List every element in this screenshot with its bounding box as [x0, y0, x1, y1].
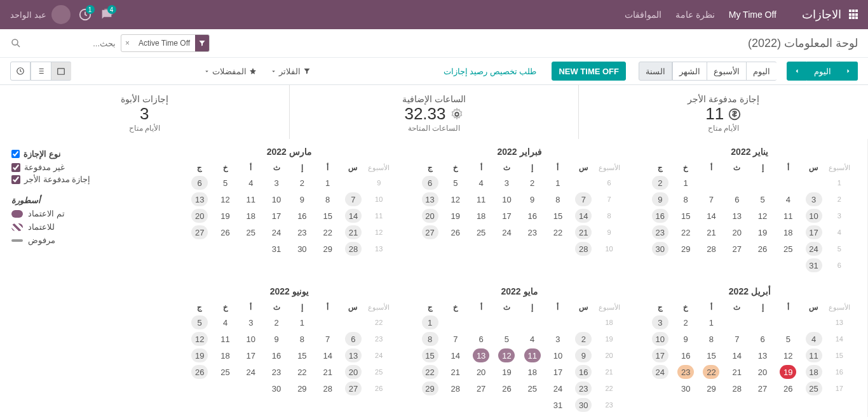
next-button[interactable] — [787, 62, 807, 81]
day-cell[interactable]: 15 — [673, 208, 698, 224]
view-calendar[interactable] — [51, 62, 71, 81]
day-cell[interactable]: 29 — [673, 241, 698, 257]
day-cell[interactable]: 6 — [187, 175, 212, 191]
day-cell[interactable]: 23 — [264, 364, 289, 380]
day-cell[interactable]: 7 — [724, 331, 750, 347]
day-cell[interactable]: 20 — [724, 224, 750, 241]
day-cell[interactable]: 23 — [673, 364, 698, 380]
day-cell[interactable]: 2 — [264, 314, 289, 331]
day-cell[interactable]: 6 — [724, 191, 750, 208]
facet-remove[interactable]: × — [121, 39, 133, 48]
day-cell[interactable]: 3 — [238, 314, 264, 331]
day-cell[interactable]: 17 — [801, 224, 826, 241]
day-cell[interactable]: 28 — [571, 241, 596, 257]
day-cell[interactable]: 21 — [571, 224, 596, 241]
day-cell[interactable]: 25 — [238, 224, 264, 241]
types-toggle-all[interactable] — [11, 150, 20, 158]
day-cell[interactable]: 30 — [571, 397, 596, 413]
day-cell[interactable]: 4 — [801, 331, 826, 347]
scale-day[interactable]: اليوم — [746, 62, 776, 81]
day-cell[interactable]: 30 — [648, 241, 673, 257]
day-cell[interactable]: 26 — [212, 224, 238, 241]
day-cell[interactable]: 3 — [801, 191, 826, 208]
day-cell[interactable]: 16 — [673, 347, 698, 364]
day-cell[interactable]: 19 — [187, 347, 212, 364]
day-cell[interactable]: 9 — [289, 191, 315, 208]
scale-month[interactable]: الشهر — [672, 62, 707, 81]
day-cell[interactable]: 15 — [417, 347, 442, 364]
day-cell[interactable]: 31 — [801, 257, 826, 274]
nav-item-my-time-off[interactable]: My Time Off — [729, 10, 776, 20]
day-cell[interactable]: 14 — [443, 347, 468, 364]
day-cell[interactable]: 1 — [698, 314, 724, 331]
day-cell[interactable]: 12 — [494, 347, 519, 364]
day-cell[interactable]: 27 — [341, 380, 366, 397]
nav-item-overview[interactable]: نظرة عامة — [675, 10, 715, 20]
day-cell[interactable]: 4 — [468, 175, 494, 191]
view-list[interactable] — [31, 62, 51, 81]
day-cell[interactable]: 31 — [545, 397, 571, 413]
day-cell[interactable]: 10 — [648, 331, 673, 347]
day-cell[interactable]: 27 — [187, 224, 212, 241]
day-cell[interactable]: 15 — [289, 347, 315, 364]
day-cell[interactable]: 3 — [264, 175, 289, 191]
day-cell[interactable]: 7 — [698, 191, 724, 208]
day-cell[interactable]: 6 — [341, 331, 366, 347]
day-cell[interactable]: 10 — [494, 191, 519, 208]
day-cell[interactable]: 23 — [289, 224, 315, 241]
day-cell[interactable]: 15 — [698, 347, 724, 364]
day-cell[interactable]: 16 — [571, 364, 596, 380]
day-cell[interactable]: 30 — [264, 380, 289, 397]
day-cell[interactable]: 29 — [417, 380, 442, 397]
day-cell[interactable]: 12 — [443, 191, 468, 208]
day-cell[interactable]: 17 — [238, 347, 264, 364]
favorites-dropdown[interactable]: المفضلات — [204, 67, 257, 76]
day-cell[interactable]: 18 — [520, 364, 545, 380]
day-cell[interactable]: 19 — [494, 364, 519, 380]
day-cell[interactable]: 18 — [212, 347, 238, 364]
day-cell[interactable]: 9 — [571, 347, 596, 364]
activities-button[interactable]: 1 — [78, 8, 92, 22]
type-unpaid[interactable]: غير مدفوعة — [11, 162, 160, 172]
stat-card[interactable]: إجازات الأبوة 3 الأيام متاح — [0, 85, 289, 139]
nav-item-approvals[interactable]: الموافقات — [625, 10, 661, 20]
day-cell[interactable]: 6 — [750, 331, 775, 347]
day-cell[interactable]: 2 — [520, 175, 545, 191]
day-cell[interactable]: 5 — [443, 175, 468, 191]
day-cell[interactable]: 29 — [315, 241, 341, 257]
day-cell[interactable]: 28 — [315, 380, 341, 397]
day-cell[interactable]: 16 — [520, 208, 545, 224]
day-cell[interactable]: 1 — [673, 175, 698, 191]
day-cell[interactable]: 21 — [724, 364, 750, 380]
day-cell[interactable]: 20 — [341, 364, 366, 380]
day-cell[interactable]: 28 — [698, 241, 724, 257]
day-cell[interactable]: 25 — [212, 364, 238, 380]
day-cell[interactable]: 22 — [289, 364, 315, 380]
day-cell[interactable]: 5 — [187, 314, 212, 331]
day-cell[interactable]: 14 — [698, 208, 724, 224]
day-cell[interactable]: 22 — [417, 364, 442, 380]
prev-button[interactable] — [837, 62, 858, 81]
day-cell[interactable]: 31 — [264, 241, 289, 257]
day-cell[interactable]: 28 — [724, 380, 750, 397]
day-cell[interactable]: 11 — [212, 331, 238, 347]
day-cell[interactable]: 14 — [571, 208, 596, 224]
day-cell[interactable]: 5 — [494, 331, 519, 347]
day-cell[interactable]: 26 — [494, 380, 519, 397]
day-cell[interactable]: 13 — [724, 208, 750, 224]
day-cell[interactable]: 10 — [264, 191, 289, 208]
day-cell[interactable]: 26 — [443, 224, 468, 241]
day-cell[interactable]: 13 — [468, 347, 494, 364]
day-cell[interactable]: 24 — [494, 224, 519, 241]
day-cell[interactable]: 21 — [341, 224, 366, 241]
day-cell[interactable]: 13 — [417, 191, 442, 208]
day-cell[interactable]: 21 — [698, 224, 724, 241]
day-cell[interactable]: 24 — [264, 224, 289, 241]
day-cell[interactable]: 4 — [212, 314, 238, 331]
day-cell[interactable]: 9 — [264, 331, 289, 347]
day-cell[interactable]: 20 — [417, 208, 442, 224]
day-cell[interactable]: 4 — [238, 175, 264, 191]
day-cell[interactable]: 9 — [520, 191, 545, 208]
day-cell[interactable]: 13 — [187, 191, 212, 208]
user-menu[interactable]: عبد الواحد — [10, 5, 71, 24]
